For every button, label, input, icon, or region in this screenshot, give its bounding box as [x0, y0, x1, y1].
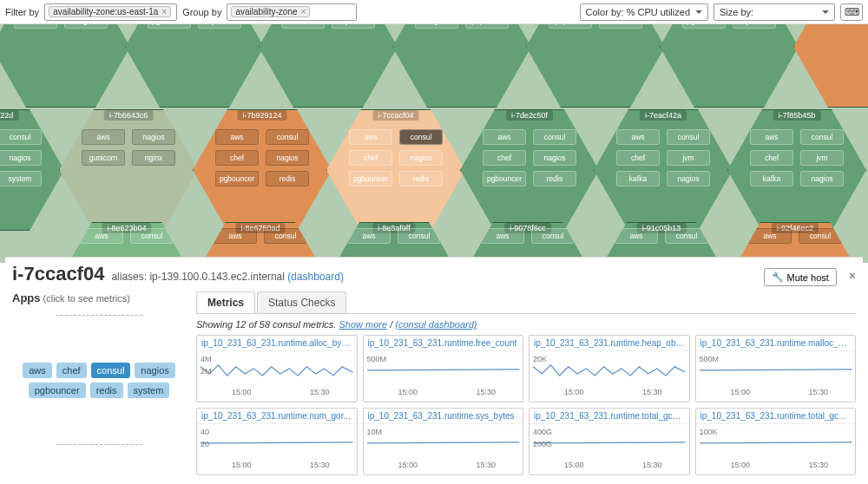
host-tag-nagios[interactable]: nagios — [533, 150, 576, 166]
host-tag-consul[interactable]: consul — [264, 228, 307, 244]
host-tag-consul[interactable]: consul — [398, 228, 441, 244]
host-hex-i-7f85b45b[interactable]: i-7f85b45bawsconsulchefjvmkafkanagios — [727, 109, 866, 231]
metric-chart[interactable]: ip_10_231_63_231.runtime.sys_bytes10M15:… — [363, 408, 524, 475]
metric-chart[interactable]: ip_10_231_63_231.runtime.alloc_bytes4M2M… — [196, 335, 358, 402]
host-tag-aws[interactable]: aws — [481, 228, 524, 244]
metric-chart[interactable]: ip_10_231_63_231.runtime.heap_obj...20K1… — [529, 335, 690, 402]
host-tag-nagios[interactable]: nagios — [399, 150, 443, 166]
host-tag-consul[interactable]: consul — [665, 228, 708, 244]
app-tag-chef[interactable]: chef — [56, 363, 87, 378]
size-by-select[interactable]: Size by: — [713, 3, 835, 21]
host-tag-system[interactable]: system — [733, 24, 776, 29]
host-tag-consul[interactable]: consul — [399, 129, 443, 145]
app-tag-pgbouncer[interactable]: pgbouncer — [29, 383, 86, 398]
host-tag-consul[interactable]: consul — [667, 129, 710, 145]
host-tag-redis[interactable]: redis — [533, 171, 576, 186]
host-tag-consul[interactable]: consul — [800, 129, 844, 145]
host-tag-aws[interactable]: aws — [750, 129, 793, 145]
app-tag-nagios[interactable]: nagios — [135, 363, 174, 378]
app-tag-system[interactable]: system — [128, 383, 170, 398]
host-tag-chef[interactable]: chef — [750, 150, 793, 166]
host-tag-pgbouncer[interactable]: pgbouncer — [215, 171, 259, 186]
close-icon[interactable]: × — [849, 269, 856, 283]
host-tag-nagios[interactable]: nagios — [667, 171, 710, 186]
app-tag-redis[interactable]: redis — [90, 383, 123, 398]
filter-pill[interactable]: availability-zone:us-east-1a × — [49, 6, 171, 17]
host-hex-i-7de2c50f[interactable]: i-7de2c50fawsconsulchefnagiospgbouncerre… — [460, 109, 599, 231]
host-hex[interactable]: consuljvmnagiospapertrail — [392, 24, 531, 108]
host-tag-consul[interactable]: consul — [531, 228, 575, 244]
host-tag-nagios[interactable]: nagios — [800, 171, 844, 186]
host-hex-i-7eacf42a[interactable]: i-7eacf42aawsconsulchefjvmkafkanagios — [594, 109, 733, 231]
host-tag-pgbouncer[interactable]: pgbouncer — [349, 171, 392, 186]
app-tag-consul[interactable]: consul — [91, 363, 131, 378]
close-icon[interactable]: × — [301, 7, 306, 16]
metric-chart[interactable]: ip_10_231_63_231.runtime.total_gc_r...10… — [695, 408, 857, 475]
host-hex-i-7b6643c6[interactable]: i-7b6643c6awsnagiosgunicornnginx — [59, 109, 198, 231]
host-tag-consul[interactable]: consul — [799, 228, 842, 244]
host-tag-kafka[interactable]: kafka — [750, 171, 793, 186]
host-tag-aws[interactable]: aws — [616, 129, 660, 145]
tab-metrics[interactable]: Metrics — [196, 291, 255, 313]
host-tag-nagios[interactable]: nagios — [266, 150, 309, 166]
host-hex[interactable]: chefnagiospgbouncersystem — [660, 24, 799, 108]
show-more-link[interactable]: Show more — [339, 319, 387, 330]
host-hex[interactable]: chefnagiospapertrailredis — [526, 24, 665, 108]
host-tag-aws[interactable]: aws — [214, 228, 257, 244]
host-tag-papertrail[interactable]: papertrail — [465, 24, 509, 29]
host-tag-nagios[interactable]: nagios — [132, 129, 175, 145]
host-tag-chef[interactable]: chef — [349, 150, 392, 166]
host-hex[interactable]: chefpgbouncer — [793, 24, 868, 108]
host-tag-consul[interactable]: consul — [266, 129, 309, 145]
host-tag-aws[interactable]: aws — [349, 129, 392, 145]
close-icon[interactable]: × — [161, 7, 167, 16]
keyboard-icon[interactable]: ⌨ — [840, 3, 863, 21]
host-tag-gunicorn[interactable]: gunicorn — [82, 150, 125, 166]
host-tag-chef[interactable]: chef — [215, 150, 259, 166]
host-tag-consul[interactable]: consul — [130, 228, 174, 244]
host-tag-consul[interactable]: consul — [533, 129, 576, 145]
host-tag-pgbouncer[interactable]: pgbouncer — [148, 24, 191, 29]
host-tag-pgbouncer[interactable]: pgbouncer — [682, 24, 726, 29]
host-tag-nagios[interactable]: nagios — [415, 24, 458, 29]
host-hex-i-7a8bf22d[interactable]: i-7a8bf22dawsconsulchefnagiospapertrails… — [0, 109, 64, 231]
host-tag-aws[interactable]: aws — [615, 228, 658, 244]
host-tag-jvm[interactable]: jvm — [667, 150, 710, 166]
host-hex[interactable]: chefnagiosredissystem — [259, 24, 398, 108]
host-tag-nagios[interactable]: nagios — [64, 24, 108, 29]
filter-by-input[interactable]: availability-zone:us-east-1a × — [44, 3, 177, 21]
host-tag-kafka[interactable]: kafka — [14, 24, 57, 29]
host-tag-pgbouncer[interactable]: pgbouncer — [483, 171, 526, 186]
group-pill[interactable]: availability-zone × — [231, 6, 310, 17]
host-tag-aws[interactable]: aws — [215, 129, 259, 145]
host-hex-i-7b929124[interactable]: i-7b929124awsconsulchefnagiospgbouncerre… — [193, 109, 332, 231]
host-map[interactable]: chefjvmkafkanagioschefnagiospgbouncersys… — [0, 24, 868, 263]
dashboard-link[interactable]: (dashboard) — [287, 271, 344, 283]
host-tag-chef[interactable]: chef — [483, 150, 526, 166]
host-tag-chef[interactable]: chef — [616, 150, 660, 166]
host-tag-aws[interactable]: aws — [483, 129, 526, 145]
group-by-input[interactable]: availability-zone × — [227, 3, 357, 21]
app-tag-aws[interactable]: aws — [23, 363, 52, 378]
mute-host-button[interactable]: 🔧 Mute host — [764, 268, 837, 286]
host-tag-redis[interactable]: redis — [281, 24, 325, 29]
color-by-select[interactable]: Color by: % CPU utilized — [580, 3, 708, 21]
host-tag-aws[interactable]: aws — [80, 228, 123, 244]
metric-chart[interactable]: ip_10_231_63_231.runtime.total_gc_p...40… — [529, 408, 690, 475]
metric-chart[interactable]: ip_10_231_63_231.runtime.num_gor...40201… — [196, 408, 358, 475]
host-tag-papertrail[interactable]: papertrail — [549, 24, 592, 29]
host-hex[interactable]: chefjvmkafkanagios — [0, 24, 130, 108]
host-tag-nginx[interactable]: nginx — [132, 150, 175, 166]
tab-status-checks[interactable]: Status Checks — [257, 291, 346, 313]
host-tag-kafka[interactable]: kafka — [616, 171, 660, 186]
host-tag-aws[interactable]: aws — [748, 228, 792, 244]
metric-chart[interactable]: ip_10_231_63_231.runtime.free_count500M1… — [363, 335, 524, 402]
host-hex-i-7ccacf04[interactable]: i-7ccacf04awsconsulchefnagiospgbouncerre… — [326, 109, 465, 231]
host-tag-consul[interactable]: consul — [0, 129, 42, 145]
host-tag-jvm[interactable]: jvm — [800, 150, 844, 166]
host-tag-redis[interactable]: redis — [399, 171, 443, 186]
consul-dashboard-link[interactable]: (consul dashboard) — [395, 319, 477, 330]
host-tag-system[interactable]: system — [0, 171, 42, 186]
host-tag-nagios[interactable]: nagios — [0, 150, 42, 166]
host-tag-aws[interactable]: aws — [82, 129, 125, 145]
